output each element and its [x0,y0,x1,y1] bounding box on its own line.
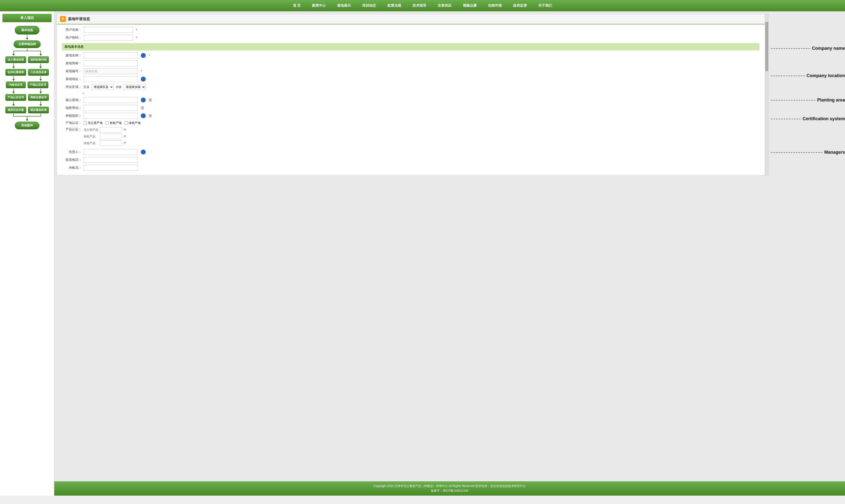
flow-node-trademark[interactable]: 商标注册证书 [28,94,49,101]
dot-company-name [141,53,146,58]
flow-node-product-cert[interactable]: 产品认证证书 [5,94,26,101]
svg-marker-9 [12,67,15,69]
base-code-auto: 自动生成 [84,68,138,74]
flow-node-origin-cert[interactable]: 产地认定证书 [28,82,48,88]
flow-node-crop[interactable]: 主要种植品种 [14,40,41,48]
flow-node-location-map[interactable]: 项目区位示意 [5,107,26,113]
main-container: 录入项目 基本信息 主要种植品种 法人营业执照 [0,11,845,496]
cert-green-check[interactable] [124,122,128,125]
origin-cert-label: 产地认证： [62,121,82,125]
nav-policy[interactable]: 政策法规 [385,2,403,9]
dashed-line-2 [771,76,805,76]
product-input-1[interactable] [100,134,122,139]
password-input[interactable] [84,35,133,41]
footer-line2: 备案号：津ICP备010012345 [57,488,843,493]
flow-node-charter[interactable]: 合作社章程等 [5,69,26,76]
nav-supply[interactable]: 农资供应 [436,2,453,9]
nav-home[interactable]: 首 页 [291,2,303,9]
flow-diagram: 基本信息 主要种植品种 法人营业执照 组织机构代码 [2,26,52,129]
cert-organic[interactable]: 有机产地 [105,121,122,125]
nav-base[interactable]: 基地展示 [335,2,353,9]
product-input-0[interactable] [100,127,122,132]
radiation-unit: 亩 [141,106,144,110]
manager-input[interactable] [84,149,138,155]
annotation-planting-area: Planting area [771,97,845,103]
svg-marker-21 [12,104,15,106]
base-name-required: * [149,54,150,57]
product-unit-2: 个 [123,141,126,145]
product-input-2[interactable] [100,140,122,146]
svg-marker-15 [39,79,42,81]
radiation-input[interactable] [84,105,138,111]
core-base-unit: 亩 [149,98,152,102]
username-label: 用户名称： [62,28,82,32]
flow-node-plan-layout[interactable]: 项目规划布局 [28,107,49,113]
base-abbr-label: 基地简称： [62,61,82,66]
footer: Copyright 2012 天津市无公害农产品（种植业）管理中心 All Ri… [54,481,845,496]
cert-organic-check[interactable] [105,122,109,125]
scrollbar-thumb[interactable] [765,22,768,71]
district-label: 所在区域： [62,85,82,89]
flow-node-other[interactable]: 其他图件 [15,122,39,129]
origin-cert-row: 产地认证： 无公害产地 有机产地 [62,121,759,125]
nav-about[interactable]: 关于我们 [536,2,554,9]
base-name-label: 基地名称： [62,53,82,58]
district-required-note: * [82,92,759,95]
flow-node-license[interactable]: 法人营业执照 [5,56,26,63]
flow-node-basic[interactable]: 基本信息 [15,26,39,35]
svg-marker-19 [39,92,42,94]
flow-node-orgcode[interactable]: 组织机构代码 [28,56,49,63]
password-row: 用户密码： * [62,35,759,41]
nav-video[interactable]: 视频点播 [461,2,479,9]
flow-row-2: 合作社章程等 入社成员名单 [5,69,49,76]
content-wrapper: P 基地申请信息 用户名称： * [54,11,845,496]
manager-row: 负责人： [62,149,759,155]
base-abbr-input[interactable] [84,60,138,66]
svg-marker-6 [12,54,15,56]
flow-node-members[interactable]: 入社成员名单 [28,69,49,76]
product-unit-1: 个 [123,134,126,139]
location-selects: 区县 请选择区县 乡镇 请选择乡镇 [84,84,146,90]
phone-input[interactable] [84,157,138,163]
product-cert-organic: 有机产品 个 [84,134,126,139]
sidebar-title: 录入项目 [2,14,52,22]
arrows-row1-row2 [4,64,51,69]
core-base-input[interactable] [84,97,138,103]
flow-node-inspector-cert[interactable]: 内检员证书 [6,82,25,88]
username-row: 用户名称： * [62,27,759,33]
svg-marker-13 [12,79,15,81]
section-basic-info: 基地基本信息 [62,43,759,51]
product-cert-label: 产品认证： [62,127,82,131]
inspector-input[interactable] [84,165,138,171]
svg-marker-23 [39,104,42,106]
svg-marker-1 [26,38,28,40]
password-required: * [136,36,137,40]
town-select[interactable]: 请选择乡镇 [123,84,146,90]
flow-row-5: 项目区位示意 项目规划布局 [5,107,49,113]
cert-green[interactable]: 绿色产地 [124,121,140,125]
product-label-2: 绿色产品 [84,141,98,145]
form-panel: P 基地申请信息 用户名称： * [57,14,769,175]
flow-row-1: 法人营业执照 组织机构代码 [5,56,49,63]
district-select[interactable]: 请选择区县 [91,84,114,90]
nav-news[interactable]: 新闻中心 [310,2,328,9]
planting-input[interactable] [84,113,138,119]
product-cert-row: 产品认证： 无公害产品 个 有机产品 个 [62,127,759,147]
username-input[interactable] [84,27,133,33]
product-unit-0: 个 [123,128,126,132]
base-addr-input[interactable] [84,76,138,82]
base-code-label: 基地编号： [62,69,82,73]
base-name-input[interactable] [84,52,138,58]
cert-pollution-free-check[interactable] [84,122,87,125]
annotation-label-managers: Managers [824,150,845,155]
nav-apply[interactable]: 在线申报 [486,2,504,9]
cert-pollution-free[interactable]: 无公害产地 [84,121,103,125]
nav-training[interactable]: 培训动态 [360,2,378,9]
nav-tech[interactable]: 技术指导 [411,2,428,9]
planting-unit: 亩 [149,113,152,118]
scrollbar[interactable] [765,14,768,175]
base-code-row: 基地编号： 自动生成 * [62,68,759,74]
arrows-row3-row4 [4,89,51,94]
form-header: P 基地申请信息 [57,14,768,24]
nav-gov[interactable]: 政府监管 [511,2,529,9]
